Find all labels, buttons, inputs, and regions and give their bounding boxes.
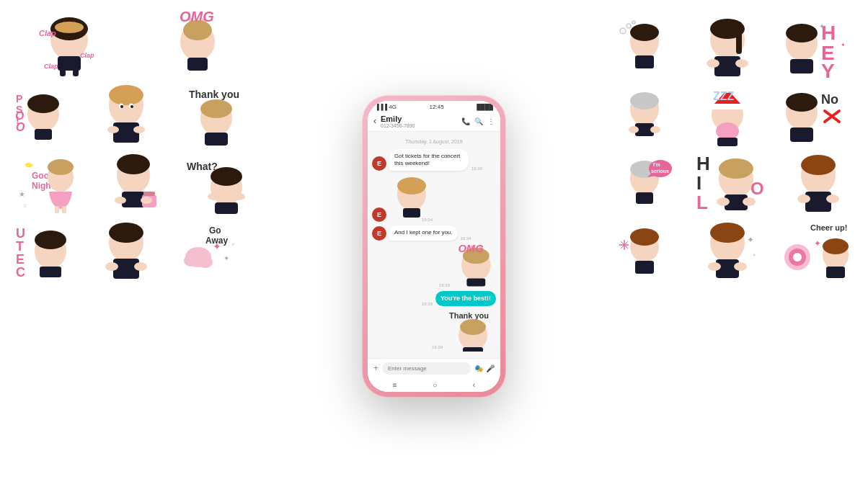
- left-sticker-panel: Clap Clap Clap OMG: [0, 0, 267, 297]
- sender-avatar-3: E: [372, 226, 386, 241]
- jisoo-portrait-sticker: [781, 150, 854, 215]
- sticker-row-3: Good Night ★ ☆: [7, 150, 260, 215]
- message-row-sent-text: 19:39 You're the best!!: [372, 291, 496, 307]
- svg-rect-146: [805, 192, 831, 212]
- svg-point-27: [133, 126, 145, 133]
- svg-point-145: [801, 155, 836, 175]
- svg-text:✦: ✦: [213, 241, 221, 252]
- svg-text:P: P: [16, 93, 22, 104]
- date-divider: Thursday, 1 August, 2019: [372, 139, 496, 144]
- phone-screen: ▐▐▐ 4G 12:45 ████ ‹ Emily 012-3456-7890 …: [368, 101, 500, 392]
- menu-button[interactable]: ≡: [393, 381, 397, 389]
- svg-text:U: U: [16, 226, 25, 241]
- call-icon[interactable]: 📞: [461, 117, 470, 125]
- svg-point-72: [184, 255, 198, 267]
- sticker-row-1: Clap Clap Clap OMG: [7, 14, 260, 79]
- svg-text:Clap: Clap: [80, 52, 94, 59]
- svg-point-112: [630, 92, 659, 109]
- svg-text:!: !: [16, 115, 19, 126]
- whats-sticker: What?: [183, 150, 255, 215]
- svg-rect-40: [55, 206, 59, 213]
- cheerup-sticker: Cheer up! ✦ ✦ ✦: [781, 218, 854, 282]
- portrait-jennie2-sticker: [90, 218, 162, 282]
- sticker-row-2: O O P S ! Th: [7, 82, 260, 147]
- svg-point-107: [786, 24, 818, 43]
- chat-sticker-omg: OMG: [453, 244, 496, 287]
- sticker-icon[interactable]: 🎭: [474, 364, 483, 372]
- svg-point-150: [630, 228, 659, 246]
- portrait-jennie-sticker: [97, 150, 169, 215]
- svg-point-16: [27, 94, 59, 113]
- svg-text:H: H: [696, 153, 710, 174]
- svg-rect-48: [143, 192, 155, 196]
- svg-rect-100: [714, 56, 740, 76]
- phone-mockup: ▐▐▐ 4G 12:45 ████ ‹ Emily 012-3456-7890 …: [362, 95, 506, 398]
- svg-rect-172: [826, 267, 845, 278]
- back-nav-button[interactable]: ‹: [473, 381, 475, 389]
- jennie-serious-sticker: I'm serious: [616, 156, 673, 210]
- svg-text:✦: ✦: [814, 238, 821, 249]
- more-options-icon[interactable]: ⋮: [487, 117, 495, 125]
- add-attachment-icon[interactable]: +: [373, 363, 378, 373]
- svg-point-101: [707, 59, 719, 68]
- signal-indicator: ▐▐▐ 4G: [375, 104, 397, 110]
- svg-point-31: [130, 105, 133, 108]
- svg-rect-5: [73, 68, 79, 76]
- svg-text:Clap: Clap: [44, 63, 58, 70]
- svg-text:I'm: I'm: [653, 162, 660, 167]
- svg-rect-41: [62, 206, 66, 213]
- svg-text:T: T: [16, 239, 24, 254]
- message-time-1: 19:30: [471, 166, 482, 171]
- svg-point-142: [743, 197, 756, 206]
- jennie-small-sticker: [616, 88, 673, 142]
- svg-point-95: [626, 24, 631, 28]
- svg-point-148: [826, 194, 839, 203]
- svg-rect-117: [712, 104, 743, 109]
- jisoo-sparkle-sticker: ✦ ✦: [691, 218, 763, 282]
- right-sticker-row-3: I'm serious H I L O: [608, 150, 861, 215]
- voice-icon[interactable]: 🎤: [486, 364, 495, 372]
- svg-text:✦: ✦: [413, 176, 419, 184]
- battery-indicator: ████: [477, 104, 493, 110]
- zzz-sticker: ZZZ: [691, 82, 763, 147]
- home-button[interactable]: ○: [433, 381, 437, 389]
- svg-text:S: S: [16, 104, 22, 115]
- svg-text:Clap: Clap: [39, 29, 56, 37]
- utec-sticker: U T E C: [14, 223, 72, 277]
- svg-rect-130: [636, 192, 653, 204]
- omg-sticker: OMG: [161, 14, 234, 79]
- contact-number: 012-3456-7890: [381, 123, 457, 128]
- back-button[interactable]: ‹: [373, 116, 376, 126]
- svg-point-171: [823, 238, 849, 254]
- svg-point-62: [35, 231, 66, 249]
- svg-text:What?: What?: [187, 161, 218, 172]
- message-row-received-2: E And I kept one for you. 19:34: [372, 225, 496, 240]
- portrait-rose-sticker: [90, 82, 162, 147]
- sent-text-time: 19:39: [422, 302, 433, 306]
- svg-point-114: [629, 126, 639, 133]
- clock: 12:45: [430, 104, 444, 110]
- right-sticker-row-2: ZZZ No: [608, 82, 861, 147]
- svg-text:Thank you: Thank you: [189, 89, 239, 100]
- lisa-small-sticker: [616, 20, 673, 74]
- svg-text:serious: serious: [651, 169, 669, 174]
- message-bubble-received-1: Got tickets for the concert this weekend…: [389, 149, 469, 171]
- oops-sticker: O O P S !: [14, 88, 72, 142]
- sent-sticker-bubble: OMG: [453, 244, 496, 287]
- svg-point-65: [109, 223, 143, 243]
- message-input[interactable]: [382, 362, 471, 375]
- thankyou-time: 19:39: [432, 345, 443, 349]
- thankyou-sticker: Thank you: [180, 82, 252, 147]
- search-icon[interactable]: 🔍: [474, 117, 483, 125]
- svg-text:O: O: [750, 179, 764, 198]
- svg-text:Thank you: Thank you: [449, 311, 489, 320]
- message-row-sticker-1: E ✦ 19:34: [372, 174, 496, 222]
- contact-info: Emily 012-3456-7890: [381, 115, 457, 128]
- svg-rect-13: [187, 58, 208, 71]
- message-row-sent-sticker: 19:39 OMG: [372, 244, 496, 287]
- message-row-received-1: E Got tickets for the concert this weeke…: [372, 149, 496, 171]
- svg-point-53: [211, 167, 242, 186]
- svg-rect-79: [403, 208, 420, 218]
- svg-point-141: [717, 197, 730, 206]
- goodnight-sticker: Good Night ★ ☆: [12, 150, 84, 215]
